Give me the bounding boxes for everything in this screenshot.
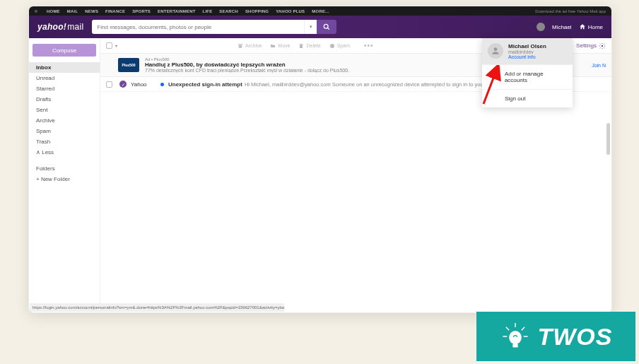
svg-point-15 (509, 331, 522, 344)
top-link-more[interactable]: MORE... (312, 9, 329, 13)
top-link-home[interactable]: HOME (47, 9, 60, 13)
svg-line-11 (505, 327, 508, 330)
lightbulb-icon (500, 321, 531, 352)
search-icon (323, 23, 330, 30)
svg-rect-3 (239, 45, 242, 47)
svg-rect-4 (300, 45, 303, 48)
spam-label: Spam (337, 43, 350, 48)
twos-text: TWOS (538, 323, 613, 351)
move-label: Move (278, 43, 290, 48)
yahoo-logo[interactable]: yahoo!mail (37, 22, 83, 32)
archive-button[interactable]: Archive (238, 42, 262, 49)
home-label: Home (588, 24, 603, 30)
status-bar: https://login.yahoo.com/account/personal… (30, 303, 284, 312)
search-dropdown[interactable]: ▾ (304, 20, 317, 34)
account-menu-header: Michael Olsen mailbirddev Account info (482, 38, 573, 64)
folder-unread[interactable]: Unread (33, 73, 96, 83)
svg-line-12 (521, 327, 524, 330)
header-right: Michael Home (537, 23, 603, 31)
search-button[interactable] (317, 20, 336, 34)
logo-brand: yahoo! (37, 22, 66, 32)
compose-button[interactable]: Compose (33, 44, 96, 57)
top-link-entertainment[interactable]: ENTERTAINMENT (158, 9, 196, 13)
sign-out-label: Sign out (505, 95, 525, 102)
sidebar: Compose Inbox Unread Starred Drafts Sent… (29, 38, 100, 312)
account-name: Michael Olsen (508, 43, 546, 49)
archive-label: Archive (245, 43, 262, 48)
svg-rect-2 (238, 44, 242, 45)
new-folder-button[interactable]: + New Folder (33, 174, 96, 184)
archive-icon (238, 43, 243, 49)
top-link-yahooplus[interactable]: YAHOO PLUS (276, 9, 305, 13)
add-account-button[interactable]: + Add or manage accounts (482, 64, 573, 89)
gear-icon (599, 42, 606, 49)
account-email: mailbirddev (508, 49, 546, 54)
top-link-sports[interactable]: SPORTS (132, 9, 151, 13)
toolbar-actions: Archive Move Delete Spam ••• (238, 42, 374, 49)
svg-point-6 (330, 44, 334, 48)
folder-less-toggle[interactable]: ∧ Less (33, 147, 96, 158)
dot (35, 10, 37, 13)
search-input[interactable] (92, 20, 304, 34)
twos-watermark: TWOS (476, 312, 635, 361)
folder-inbox[interactable]: Inbox (29, 62, 100, 73)
move-button[interactable]: Move (270, 42, 290, 49)
folder-drafts[interactable]: Drafts (33, 94, 96, 105)
svg-line-1 (328, 28, 330, 30)
ad-cta-link[interactable]: Join N (592, 63, 606, 68)
spam-button[interactable]: Spam (329, 42, 350, 49)
more-actions-button[interactable]: ••• (364, 42, 374, 49)
delete-icon (298, 43, 304, 49)
app-window: HOME MAIL NEWS FINANCE SPORTS ENTERTAINM… (28, 6, 612, 313)
sender-avatar-icon: ✓ (119, 81, 127, 88)
top-link-news[interactable]: NEWS (85, 9, 98, 13)
scrollbar[interactable] (606, 123, 610, 155)
select-all-checkbox[interactable] (106, 42, 112, 49)
ad-logo: Plus500 (118, 58, 139, 72)
home-link[interactable]: Home (579, 23, 603, 30)
folder-sent[interactable]: Sent (33, 105, 96, 115)
delete-label: Delete (306, 43, 320, 48)
spam-icon (329, 43, 335, 49)
svg-point-7 (602, 45, 604, 47)
app-body: Compose Inbox Unread Starred Drafts Sent… (29, 38, 611, 312)
top-link-search[interactable]: SEARCH (219, 9, 238, 13)
settings-link[interactable]: Settings (576, 42, 606, 49)
folder-spam[interactable]: Spam (33, 126, 96, 136)
search-wrap: ▾ (92, 20, 336, 34)
email-checkbox[interactable] (106, 81, 112, 88)
svg-point-0 (324, 24, 329, 28)
account-info-link[interactable]: Account info (508, 54, 546, 59)
svg-point-8 (494, 47, 498, 51)
top-link-mail[interactable]: MAIL (67, 9, 78, 13)
settings-label: Settings (576, 42, 597, 49)
user-avatar-icon[interactable] (537, 23, 545, 31)
folder-trash[interactable]: Trash (33, 136, 96, 147)
add-account-label: Add or manage accounts (505, 71, 567, 83)
email-sender: Yahoo (131, 81, 160, 88)
folder-starred[interactable]: Starred (33, 83, 96, 94)
user-name-label[interactable]: Michael (552, 24, 572, 30)
unread-dot-icon (160, 83, 164, 86)
select-dropdown[interactable]: ▾ (115, 43, 117, 48)
folder-list: Inbox Unread Starred Drafts Sent Archive… (33, 62, 96, 184)
account-avatar-icon (488, 43, 503, 59)
yahoo-topbar: HOME MAIL NEWS FINANCE SPORTS ENTERTAINM… (29, 6, 611, 16)
move-icon (270, 43, 276, 49)
account-info-block: Michael Olsen mailbirddev Account info (508, 43, 546, 59)
folder-archive[interactable]: Archive (33, 115, 96, 126)
svg-rect-5 (300, 44, 303, 45)
svg-rect-16 (512, 344, 517, 347)
delete-button[interactable]: Delete (298, 42, 320, 49)
logo-product: mail (67, 22, 83, 32)
top-link-finance[interactable]: FINANCE (105, 9, 125, 13)
home-icon (579, 23, 586, 30)
topbar-promo[interactable]: Download the ad free Yahoo Mail app (535, 9, 606, 13)
toolbar-right: Settings (576, 42, 606, 49)
top-link-shopping[interactable]: SHOPPING (245, 9, 269, 13)
top-link-life[interactable]: LIFE (203, 9, 213, 13)
folders-section-title: Folders (33, 163, 96, 174)
sign-out-button[interactable]: Sign out (482, 89, 573, 107)
app-header: yahoo!mail ▾ Michael Home (29, 16, 611, 38)
email-subject: Unexpected sign-in attempt (168, 81, 242, 88)
